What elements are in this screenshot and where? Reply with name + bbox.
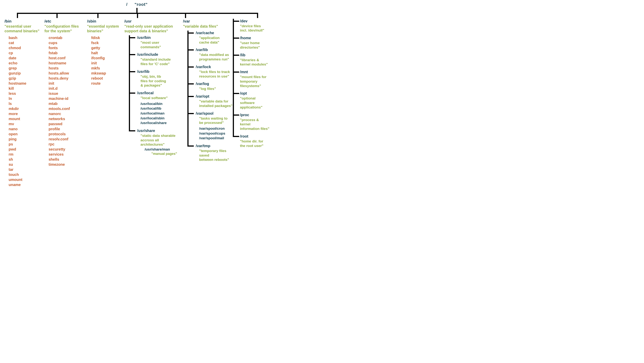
file-item: ln [9, 96, 44, 101]
subdir-title: /usr/include [137, 52, 182, 57]
subsubdir-title: /usr/share/man [145, 147, 182, 152]
file-item: networks [48, 116, 86, 121]
subdir-title: /var/lock [196, 65, 233, 69]
root-node: / "root" [4, 2, 270, 7]
subdir-entry: /mnt"mount files for temporary filesyste… [233, 70, 270, 91]
subdir-entry: /var/tmp"temporary files saved between r… [188, 144, 233, 165]
file-item: profile [48, 127, 86, 132]
subdir-entry: /var/lock"lock files to track resources … [188, 65, 233, 82]
file-item: less [9, 91, 44, 96]
bin-files: bashcatchmodcpdateechogrepgunzipgziphost… [9, 35, 44, 187]
col-sbin: /sbin "essential system binaries" fdiskf… [86, 19, 124, 86]
file-item: cups [48, 40, 86, 46]
subdir-entry: /usr/share"static data sharable accross … [129, 128, 182, 159]
file-item: nanorc [48, 111, 86, 116]
subdir-entry: /var/spool"tasks waiting to be processed… [188, 111, 233, 144]
subdir-desc: "most user commands" [140, 40, 182, 49]
file-item: mkfs [91, 66, 124, 71]
subdir-entry: /var/opt"variable data for installed pac… [188, 94, 233, 111]
subdir-list-item: /usr/local/bin [140, 101, 182, 106]
subdir-desc: "variable data for installed packages" [199, 99, 233, 108]
file-item: fonts [48, 46, 86, 51]
subdir-desc: "temporary files saved between reboots" [199, 149, 233, 162]
file-item: more [9, 111, 44, 116]
file-item: init [91, 61, 124, 66]
tick-etc [56, 13, 58, 18]
subdir-desc: "optional software applications" [240, 96, 270, 109]
subdir-list-item: /usr/local/share [140, 121, 182, 125]
file-item: fsck [91, 40, 124, 46]
file-item: ps [9, 142, 44, 147]
subdir-entry: /root"home dir. for the root user" [233, 134, 270, 151]
file-item: date [9, 56, 44, 61]
file-item: echo [9, 61, 44, 66]
var-title: /var [183, 19, 233, 24]
file-item: host.conf [48, 56, 86, 61]
file-item: hosts.deny [48, 76, 86, 81]
subdir-desc: "mount files for temporary filesystems" [240, 75, 270, 88]
subdir-list-item: /usr/local/sbin [140, 116, 182, 121]
file-item: rm [9, 152, 44, 157]
file-item: mount [9, 116, 44, 121]
col-side: /dev"device files incl. /dev/null"/home"… [233, 19, 270, 151]
usr-desc: "read-only user application support data… [124, 24, 182, 34]
file-item: protocols [48, 132, 86, 137]
file-item: mkdir [9, 106, 44, 111]
var-desc: "variable data files" [183, 24, 233, 29]
etc-files: crontabcupsfontsfstabhost.confhostnameho… [48, 35, 86, 167]
file-item: touch [9, 172, 44, 177]
subdir-title: /proc [240, 113, 270, 117]
subdir-title: /var/spool [196, 111, 233, 116]
file-item: hosts [48, 66, 86, 71]
file-item: fdisk [91, 35, 124, 40]
subdir-desc: "application cache data" [199, 36, 233, 45]
file-item: nano [9, 127, 44, 132]
subdir-desc: "process & kernel information files" [240, 118, 270, 131]
subdir-entry: /opt"optional software applications" [233, 91, 270, 112]
file-item: resolv.conf [48, 137, 86, 142]
file-item: issue [48, 91, 86, 96]
file-item: mtools.conf [48, 106, 86, 111]
subdir-entry: /dev"device files incl. /dev/null" [233, 19, 270, 36]
etc-desc: "configuration files for the system" [44, 24, 86, 34]
file-item: open [9, 132, 44, 137]
file-item: ls [9, 101, 44, 106]
file-item: pwd [9, 147, 44, 152]
file-item: services [48, 152, 86, 157]
subdir-desc: "static data sharable accross all archit… [140, 133, 182, 147]
file-item: rpc [48, 142, 86, 147]
subsubdir-desc: "manual pages" [152, 152, 182, 156]
sbin-desc: "essential system binaries" [87, 24, 124, 34]
var-subtree: /var/cache"application cache data"/var/l… [188, 31, 233, 165]
subdir-title: /root [240, 134, 270, 139]
subdir-list-item: /var/spool/cron [199, 126, 233, 131]
usr-title: /usr [124, 19, 182, 24]
file-item: chmod [9, 46, 44, 51]
file-item: route [91, 81, 124, 86]
bin-title: /bin [4, 19, 44, 24]
col-bin: /bin "essential user command binaries" b… [4, 19, 44, 187]
file-item: shells [48, 157, 86, 162]
main-horizontal-connector [17, 13, 257, 14]
subdir-title: /var/tmp [196, 144, 233, 148]
file-item: init.d [48, 86, 86, 91]
subdir-title: /var/opt [196, 94, 233, 99]
subdir-desc: "home dir. for the root user" [240, 139, 270, 148]
subdir-entry: /usr/bin"most user commands" [129, 35, 182, 52]
tick-bin [17, 13, 18, 18]
file-item: machine-id [48, 96, 86, 101]
subdir-title: /opt [240, 91, 270, 96]
sbin-files: fdiskfsckgettyhaltifconfiginitmkfsmkswap… [91, 35, 124, 86]
subdir-list: /var/spool/cron/var/spool/cups/var/spool… [199, 126, 233, 141]
subdir-desc: "log files" [199, 87, 233, 91]
file-item: crontab [48, 35, 86, 40]
subdir-title: /home [240, 36, 270, 40]
subdir-desc: "libraries & kernel modules" [240, 58, 270, 67]
tick-usr [137, 13, 138, 18]
etc-title: /etc [44, 19, 86, 24]
subdir-title: /usr/local [137, 91, 182, 95]
subdir-title: /var/cache [196, 31, 233, 35]
file-item: timezone [48, 162, 86, 167]
file-item: halt [91, 51, 124, 56]
file-item: umount [9, 177, 44, 182]
